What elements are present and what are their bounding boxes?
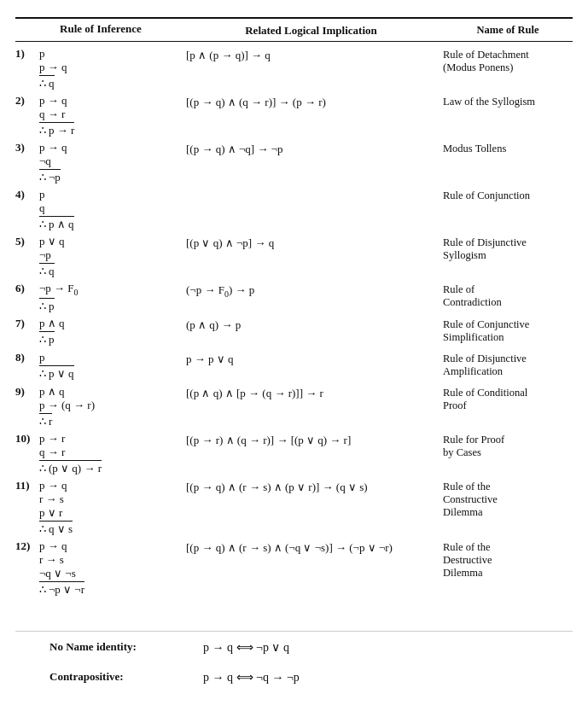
name-col-10: Rule for Proofby Cases <box>436 432 573 459</box>
rule-row-9: 9)p ∧ qp → (q → r)∴r[(p ∧ q) ∧ [p → (q →… <box>15 385 573 428</box>
inference-col-10: 10)p → rq → r∴(p ∨ q) → r <box>15 432 178 475</box>
inference-block-10: p → rq → r∴(p ∨ q) → r <box>39 432 178 475</box>
rule-row-1: 1)pp → q∴q[p ∧ (p → q)] → qRule of Detac… <box>15 47 573 90</box>
implication-col-4 <box>178 188 436 189</box>
inference-col-6: 6)¬p → F0∴p <box>15 282 178 313</box>
inference-col-9: 9)p ∧ qp → (q → r)∴r <box>15 385 178 428</box>
rule-row-12: 12)p → qr → s¬q ∨ ¬s∴¬p ∨ ¬r[(p → q) ∧ (… <box>15 539 573 597</box>
rules-table: 1)pp → q∴q[p ∧ (p → q)] → qRule of Detac… <box>15 47 573 597</box>
inference-block-7: p ∧ q∴p <box>39 317 178 347</box>
rule-num-4: 4) <box>15 188 25 201</box>
header-col-implication: Related Logical Implication <box>178 22 436 38</box>
contrapositive-label: Contrapositive: <box>49 670 195 684</box>
inference-block-11: p → qr → sp ∨ r∴q ∨ s <box>39 479 178 536</box>
identity-label: No Name identity: <box>49 640 195 654</box>
name-col-7: Rule of ConjunctiveSimplification <box>436 317 573 344</box>
name-col-6: Rule ofContradiction <box>436 282 573 309</box>
inference-col-12: 12)p → qr → s¬q ∨ ¬s∴¬p ∨ ¬r <box>15 539 178 597</box>
rule-row-5: 5)p ∨ q¬p∴q[(p ∨ q) ∧ ¬p] → qRule of Dis… <box>15 235 573 278</box>
rule-row-4: 4)pq∴p ∧ qRule of Conjunction <box>15 188 573 231</box>
implication-col-3: [(p → q) ∧ ¬q] → ¬p <box>178 141 436 156</box>
identity-row: No Name identity: p → q ⟺ ¬p ∨ q <box>49 640 573 655</box>
contrapositive-row: Contrapositive: p → q ⟺ ¬q → ¬p <box>49 670 573 685</box>
header-col-inference: Rule of Inference <box>15 22 178 38</box>
inference-col-3: 3)p → q¬q∴¬p <box>15 141 178 184</box>
implication-col-1: [p ∧ (p → q)] → q <box>178 47 436 62</box>
inference-block-4: pq∴p ∧ q <box>39 188 178 231</box>
inference-col-11: 11)p → qr → sp ∨ r∴q ∨ s <box>15 479 178 536</box>
rule-num-2: 2) <box>15 94 25 108</box>
name-col-4: Rule of Conjunction <box>436 188 573 202</box>
bottom-section: No Name identity: p → q ⟺ ¬p ∨ q Contrap… <box>15 631 573 685</box>
inference-block-9: p ∧ qp → (q → r)∴r <box>39 385 178 428</box>
name-col-9: Rule of ConditionalProof <box>436 385 573 412</box>
implication-col-12: [(p → q) ∧ (r → s) ∧ (¬q ∨ ¬s)] → (¬p ∨ … <box>178 539 436 555</box>
implication-col-2: [(p → q) ∧ (q → r)] → (p → r) <box>178 94 436 109</box>
inference-col-7: 7)p ∧ q∴p <box>15 317 178 347</box>
name-col-8: Rule of DisjunctiveAmplification <box>436 351 573 378</box>
inference-block-2: p → qq → r∴p → r <box>39 94 178 137</box>
implication-col-5: [(p ∨ q) ∧ ¬p] → q <box>178 235 436 250</box>
rule-row-8: 8)p∴p ∨ qp → p ∨ qRule of DisjunctiveAmp… <box>15 351 573 382</box>
implication-col-11: [(p → q) ∧ (r → s) ∧ (p ∨ r)] → (q ∨ s) <box>178 479 436 494</box>
header-col-name: Name of Rule <box>436 22 573 38</box>
rule-num-1: 1) <box>15 47 25 61</box>
identity-formula: p → q ⟺ ¬p ∨ q <box>203 640 289 655</box>
inference-col-1: 1)pp → q∴q <box>15 47 178 90</box>
implication-col-9: [(p ∧ q) ∧ [p → (q → r)]] → r <box>178 385 436 400</box>
inference-block-5: p ∨ q¬p∴q <box>39 235 178 278</box>
rule-num-6: 6) <box>15 282 25 295</box>
name-col-3: Modus Tollens <box>436 141 573 155</box>
implication-col-10: [(p → r) ∧ (q → r)] → [(p ∨ q) → r] <box>178 432 436 447</box>
rule-num-9: 9) <box>15 385 25 399</box>
inference-block-6: ¬p → F0∴p <box>39 282 178 313</box>
rule-num-8: 8) <box>15 351 25 364</box>
inference-block-12: p → qr → s¬q ∨ ¬s∴¬p ∨ ¬r <box>39 539 178 597</box>
name-col-2: Law of the Syllogism <box>436 94 573 108</box>
name-col-1: Rule of Detachment(Modus Ponens) <box>436 47 573 74</box>
implication-col-6: (¬p → F0) → p <box>178 282 436 299</box>
inference-col-5: 5)p ∨ q¬p∴q <box>15 235 178 278</box>
rule-num-10: 10) <box>15 432 30 446</box>
name-col-12: Rule of theDestructiveDilemma <box>436 539 573 580</box>
name-col-5: Rule of DisjunctiveSyllogism <box>436 235 573 262</box>
header-row: Rule of Inference Related Logical Implic… <box>15 17 573 42</box>
inference-col-4: 4)pq∴p ∧ q <box>15 188 178 231</box>
rule-num-3: 3) <box>15 141 25 154</box>
rule-row-10: 10)p → rq → r∴(p ∨ q) → r[(p → r) ∧ (q →… <box>15 432 573 475</box>
contrapositive-formula: p → q ⟺ ¬q → ¬p <box>203 670 300 685</box>
inference-col-2: 2)p → qq → r∴p → r <box>15 94 178 137</box>
inference-col-8: 8)p∴p ∨ q <box>15 351 178 381</box>
inference-block-1: pp → q∴q <box>39 47 178 90</box>
rule-row-11: 11)p → qr → sp ∨ r∴q ∨ s[(p → q) ∧ (r → … <box>15 479 573 536</box>
rule-num-7: 7) <box>15 317 25 330</box>
rule-num-12: 12) <box>15 539 30 553</box>
inference-block-8: p∴p ∨ q <box>39 351 178 381</box>
rule-row-3: 3)p → q¬q∴¬p[(p → q) ∧ ¬q] → ¬pModus Tol… <box>15 141 573 184</box>
rule-row-7: 7)p ∧ q∴p(p ∧ q) → pRule of ConjunctiveS… <box>15 317 573 347</box>
rule-num-5: 5) <box>15 235 25 248</box>
rule-row-2: 2)p → qq → r∴p → r[(p → q) ∧ (q → r)] → … <box>15 94 573 137</box>
rule-row-6: 6)¬p → F0∴p(¬p → F0) → pRule ofContradic… <box>15 282 573 313</box>
name-col-11: Rule of theConstructiveDilemma <box>436 479 573 519</box>
inference-block-3: p → q¬q∴¬p <box>39 141 178 184</box>
implication-col-7: (p ∧ q) → p <box>178 317 436 332</box>
implication-col-8: p → p ∨ q <box>178 351 436 366</box>
rule-num-11: 11) <box>15 479 30 492</box>
